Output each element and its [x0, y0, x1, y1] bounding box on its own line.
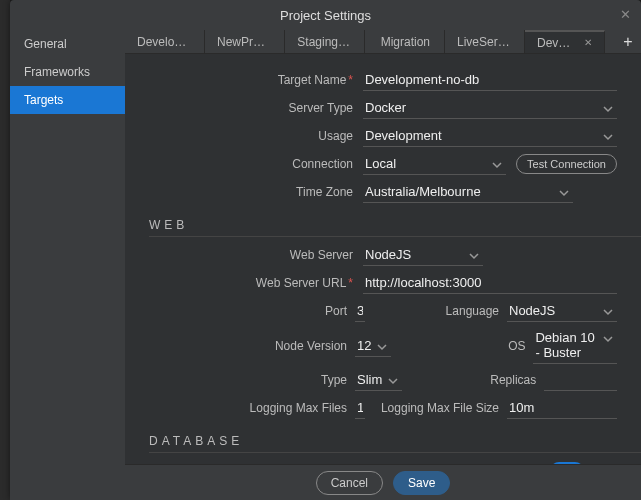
tab-label: Migration	[377, 35, 432, 49]
chevron-down-icon	[492, 158, 502, 173]
tab-label: Develop…	[137, 35, 192, 49]
chevron-down-icon	[388, 374, 398, 389]
dialog-footer: Cancel Save	[125, 464, 641, 500]
tab-staging[interactable]: Staging…	[285, 30, 365, 53]
sidebar-item-label: Frameworks	[24, 65, 90, 79]
chevron-down-icon	[603, 305, 613, 320]
log-max-file-size-input[interactable]	[507, 397, 617, 419]
form-area: Target Name* Server Type Docker Usage De…	[125, 54, 641, 464]
connection-select[interactable]: Local	[363, 153, 506, 175]
tab-liveserver[interactable]: LiveServer	[445, 30, 525, 53]
sidebar-item-frameworks[interactable]: Frameworks	[10, 58, 125, 86]
web-server-select[interactable]: NodeJS	[363, 244, 483, 266]
tab-newpro[interactable]: NewPro…	[205, 30, 285, 53]
background	[0, 0, 10, 500]
dialog-title: Project Settings	[280, 8, 371, 23]
target-tabs: Develop… NewPro… Staging… Migration Live…	[125, 30, 641, 54]
main-panel: Develop… NewPro… Staging… Migration Live…	[125, 30, 641, 500]
section-web: WEB	[149, 218, 617, 237]
chevron-down-icon	[603, 102, 613, 117]
tab-develop-1[interactable]: Develop…	[125, 30, 205, 53]
time-zone-label: Time Zone	[125, 185, 355, 199]
tab-label: LiveServer	[457, 35, 512, 49]
cancel-button[interactable]: Cancel	[316, 471, 383, 495]
replicas-label: Replicas	[414, 373, 544, 387]
target-name-input[interactable]	[363, 69, 617, 91]
section-database: DATABASE	[149, 434, 617, 453]
web-server-url-input[interactable]	[363, 272, 617, 294]
log-max-file-size-label: Logging Max File Size	[377, 401, 507, 415]
tab-migration[interactable]: Migration	[365, 30, 445, 53]
log-max-files-label: Logging Max Files	[125, 401, 355, 415]
close-icon[interactable]: ✕	[617, 6, 633, 22]
database-select[interactable]: None	[355, 460, 408, 464]
node-version-label: Node Version	[125, 339, 355, 353]
connection-label: Connection	[125, 157, 355, 171]
replicas-input[interactable]	[544, 369, 617, 391]
tab-label: Staging…	[297, 35, 352, 49]
node-version-select[interactable]: 12	[355, 335, 391, 357]
enable-redis-toggle[interactable]	[550, 462, 584, 464]
add-tab-button[interactable]: +	[615, 30, 641, 53]
server-type-select[interactable]: Docker	[363, 97, 617, 119]
dialog-title-bar: Project Settings ✕	[10, 0, 641, 30]
server-type-label: Server Type	[125, 101, 355, 115]
type-label: Type	[125, 373, 355, 387]
tab-develop-2[interactable]: Develop… ✕	[525, 30, 605, 53]
language-label: Language	[377, 304, 507, 318]
language-select[interactable]: NodeJS	[507, 300, 617, 322]
port-label: Port	[125, 304, 355, 318]
web-server-url-label: Web Server URL*	[125, 276, 355, 290]
type-select[interactable]: Slim	[355, 369, 402, 391]
chevron-down-icon	[603, 130, 613, 145]
sidebar-item-general[interactable]: General	[10, 30, 125, 58]
test-connection-button[interactable]: Test Connection	[516, 154, 617, 174]
save-button[interactable]: Save	[393, 471, 450, 495]
sidebar-item-targets[interactable]: Targets	[10, 86, 125, 114]
log-max-files-input[interactable]	[355, 397, 365, 419]
tab-close-icon[interactable]: ✕	[584, 37, 592, 48]
os-label: OS	[403, 339, 533, 353]
project-settings-dialog: Project Settings ✕ General Frameworks Ta…	[10, 0, 641, 500]
usage-label: Usage	[125, 129, 355, 143]
os-select[interactable]: Debian 10 - Buster	[533, 327, 617, 364]
chevron-down-icon	[559, 186, 569, 201]
sidebar-item-label: General	[24, 37, 67, 51]
chevron-down-icon	[377, 340, 387, 355]
sidebar-item-label: Targets	[24, 93, 63, 107]
time-zone-select[interactable]: Australia/Melbourne	[363, 181, 573, 203]
target-name-label: Target Name*	[125, 73, 355, 87]
usage-select[interactable]: Development	[363, 125, 617, 147]
web-server-label: Web Server	[125, 248, 355, 262]
tab-label: Develop…	[537, 36, 578, 50]
tab-label: NewPro…	[217, 35, 272, 49]
port-input[interactable]	[355, 300, 365, 322]
chevron-down-icon	[603, 332, 613, 347]
sidebar: General Frameworks Targets	[10, 30, 125, 500]
chevron-down-icon	[469, 249, 479, 264]
